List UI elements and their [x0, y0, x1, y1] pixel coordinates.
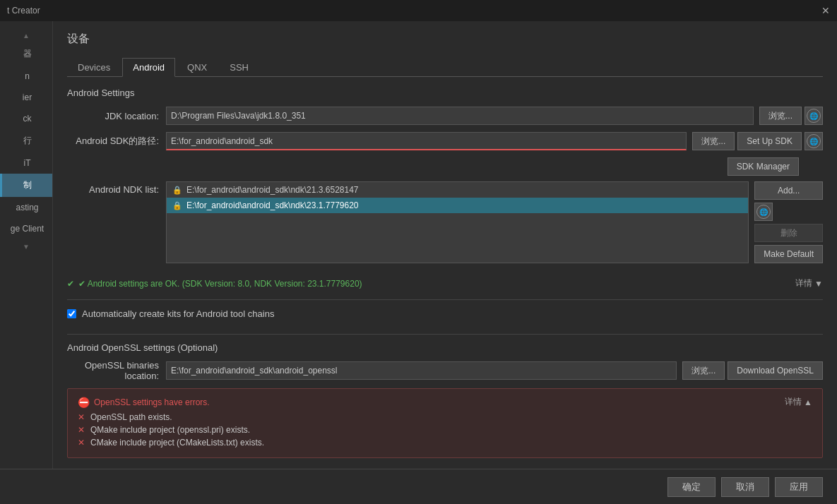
sidebar-item-7[interactable]: asting [0, 197, 52, 218]
status-details-link[interactable]: 详情 ▼ [795, 277, 823, 289]
error-item-text-0: OpenSSL path exists. [90, 412, 172, 422]
android-settings-title: Android Settings [67, 88, 823, 98]
lock-icon-1: 🔒 [172, 201, 182, 210]
error-item-1: ✕ QMake include project (openssl.pri) ex… [78, 425, 812, 435]
ndk-item-path-0: E:\for_android\android_sdk\ndk\21.3.6528… [186, 185, 359, 195]
openssl-error-section: ⛔ OpenSSL settings have errors. 详情 ▲ ✕ O… [67, 388, 823, 458]
page-title: 设备 [67, 32, 823, 47]
ndk-section: Android NDK list: 🔒 E:\for_android\andro… [67, 181, 823, 263]
x-icon-0: ✕ [78, 412, 85, 422]
ndk-buttons: Add... 🌐 删除 Make Default [754, 181, 823, 263]
ndk-remove-button[interactable]: 删除 [754, 224, 823, 242]
sidebar: ▲ 器 n ier ck 行 iT 制 asting ge Client ▼ [0, 21, 53, 469]
sdk-browse-button[interactable]: 浏览... [692, 132, 735, 150]
status-ok-text: ✔ Android settings are OK. (SDK Version:… [78, 279, 362, 289]
sidebar-item-3[interactable]: ck [0, 108, 52, 129]
title-bar-text: t Creator [7, 6, 40, 16]
details-label: 详情 [795, 277, 812, 289]
sdk-input[interactable] [166, 132, 687, 150]
ndk-item-path-1: E:\for_android\android_sdk\ndk\23.1.7779… [186, 200, 359, 210]
cancel-button[interactable]: 取消 [721, 477, 769, 497]
sdk-setup-button[interactable]: Set Up SDK [737, 132, 802, 150]
openssl-section-title: Android OpenSSL settings (Optional) [67, 339, 823, 353]
openssl-browse-button[interactable]: 浏览... [682, 361, 725, 380]
sidebar-item-0[interactable]: 器 [0, 42, 52, 66]
bottom-bar: 确定 取消 应用 [0, 469, 837, 504]
error-details-label: 详情 [785, 396, 802, 408]
jdk-globe-icon[interactable]: 🌐 [805, 107, 823, 125]
sidebar-item-4[interactable]: 行 [0, 129, 52, 152]
x-icon-2: ✕ [78, 438, 85, 448]
sidebar-scroll-down[interactable]: ▼ [0, 239, 52, 253]
divider-2 [67, 334, 823, 335]
error-details-link[interactable]: 详情 ▲ [785, 396, 812, 408]
divider-1 [67, 299, 823, 300]
jdk-row: JDK location: 浏览... 🌐 [67, 107, 823, 125]
ndk-label: Android NDK list: [67, 181, 166, 263]
x-icon-1: ✕ [78, 425, 85, 435]
title-bar: t Creator ✕ [0, 0, 837, 21]
details-arrow-icon: ▼ [814, 279, 823, 289]
check-icon: ✔ [67, 279, 74, 289]
tab-ssh[interactable]: SSH [219, 58, 259, 77]
ndk-make-default-button[interactable]: Make Default [754, 245, 823, 263]
ndk-item-0[interactable]: 🔒 E:\for_android\android_sdk\ndk\21.3.65… [167, 182, 748, 198]
openssl-binaries-label: OpenSSL binaries location: [67, 360, 166, 381]
sidebar-item-6[interactable]: 制 [0, 174, 52, 197]
ndk-add-button[interactable]: Add... [754, 181, 823, 200]
error-icon: ⛔ [78, 397, 90, 408]
sdk-label: Android SDK的路径: [67, 135, 166, 148]
tab-devices[interactable]: Devices [67, 58, 121, 77]
sidebar-item-2[interactable]: ier [0, 87, 52, 108]
auto-create-checkbox[interactable] [67, 309, 76, 318]
tab-qnx[interactable]: QNX [177, 58, 218, 77]
error-item-2: ✕ CMake include project (CMakeLists.txt)… [78, 438, 812, 448]
ok-button[interactable]: 确定 [667, 477, 716, 497]
jdk-label: JDK location: [67, 111, 166, 121]
error-item-text-1: QMake include project (openssl.pri) exis… [90, 425, 250, 435]
openssl-download-button[interactable]: Download OpenSSL [728, 361, 823, 380]
auto-create-row: Automatically create kits for Android to… [67, 304, 823, 323]
main-layout: ▲ 器 n ier ck 行 iT 制 asting ge Client ▼ 设… [0, 21, 837, 469]
ndk-list: 🔒 E:\for_android\android_sdk\ndk\21.3.65… [166, 181, 749, 263]
jdk-browse-button[interactable]: 浏览... [759, 107, 802, 125]
content-area: 设备 Devices Android QNX SSH Android Setti… [53, 21, 837, 469]
sidebar-item-8[interactable]: ge Client [0, 218, 52, 239]
error-details-arrow-icon: ▲ [804, 397, 812, 407]
sidebar-scroll-up[interactable]: ▲ [0, 28, 52, 42]
sidebar-item-5[interactable]: iT [0, 152, 52, 174]
sdk-row: Android SDK的路径: 浏览... Set Up SDK 🌐 [67, 132, 823, 150]
error-header: ⛔ OpenSSL settings have errors. 详情 ▲ [78, 396, 812, 408]
close-button[interactable]: ✕ [821, 5, 830, 16]
tab-android[interactable]: Android [122, 58, 175, 77]
openssl-binaries-input[interactable] [166, 361, 677, 380]
error-title: OpenSSL settings have errors. [94, 397, 785, 407]
error-item-0: ✕ OpenSSL path exists. [78, 412, 812, 422]
status-ok-row: ✔ ✔ Android settings are OK. (SDK Versio… [67, 272, 823, 295]
openssl-binaries-row: OpenSSL binaries location: 浏览... Downloa… [67, 360, 823, 381]
sdk-manager-row: SDK Manager [67, 157, 823, 176]
sdk-manager-button[interactable]: SDK Manager [728, 157, 799, 176]
lock-icon-0: 🔒 [172, 186, 182, 195]
tabs: Devices Android QNX SSH [67, 57, 823, 77]
auto-create-label: Automatically create kits for Android to… [82, 308, 274, 319]
error-item-text-2: CMake include project (CMakeLists.txt) e… [90, 438, 264, 448]
sdk-globe-icon[interactable]: 🌐 [805, 132, 823, 150]
ndk-globe-icon[interactable]: 🌐 [754, 203, 773, 221]
ndk-item-1[interactable]: 🔒 E:\for_android\android_sdk\ndk\23.1.77… [167, 198, 748, 213]
jdk-input[interactable] [166, 107, 754, 125]
sidebar-item-1[interactable]: n [0, 66, 52, 87]
apply-button[interactable]: 应用 [775, 477, 823, 497]
